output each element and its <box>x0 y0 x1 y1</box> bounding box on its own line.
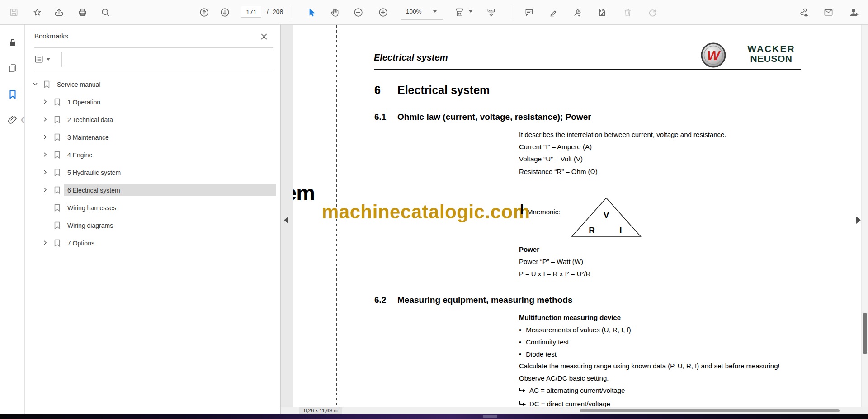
bullet-char: • <box>519 338 521 346</box>
running-header: Electrical system <box>374 52 448 63</box>
fill-sign-button[interactable] <box>594 5 610 20</box>
bookmark-label: 6 Electrical system <box>67 187 120 194</box>
triangle-voltage-letter: V <box>604 210 609 220</box>
chevron-right-icon[interactable] <box>42 151 48 158</box>
comment-button[interactable] <box>521 5 537 20</box>
redo-button[interactable] <box>645 5 660 20</box>
chevron-right-icon[interactable] <box>42 116 48 123</box>
toolbar: 171 / 208 100% <box>0 0 868 25</box>
status-bar: 8,26 x 11,69 in <box>281 407 868 414</box>
lock-icon[interactable] <box>7 37 18 48</box>
arrow-text: DC = direct current/voltage <box>529 400 610 407</box>
share-upload-button[interactable] <box>51 5 66 20</box>
section-6-2-number: 6.2 <box>374 295 386 305</box>
bookmark-label: Wiring diagrams <box>67 222 113 229</box>
bookmark-icon <box>53 239 61 247</box>
previous-page-edge-arrow[interactable] <box>284 217 288 224</box>
section-6-2-title: Measuring equipment, measuring methods <box>397 295 572 305</box>
panel-collapse-handle[interactable]: ❮ <box>19 114 26 125</box>
bullet-item: • Diode test <box>519 350 557 358</box>
bookmark-label: 4 Engine <box>67 151 92 159</box>
zoom-level-value[interactable]: 100% <box>406 8 422 15</box>
bookmark-item-engine[interactable]: 4 Engine <box>25 146 280 164</box>
page-size-label: 8,26 x 11,69 in <box>299 407 342 414</box>
star-button[interactable] <box>29 5 45 20</box>
zoom-in-button[interactable] <box>375 5 391 20</box>
page-number-input[interactable]: 171 <box>241 6 261 18</box>
header-rule <box>374 69 801 70</box>
bookmark-icon <box>53 221 61 230</box>
bookmark-item-electrical-system[interactable]: 6 Electrical system <box>25 181 280 199</box>
paragraph: It describes the interrelation between c… <box>519 131 726 138</box>
horizontal-scrollbar-thumb[interactable] <box>580 409 840 412</box>
email-button[interactable] <box>821 5 836 20</box>
bookmark-item-hydraulic-system[interactable]: 5 Hydraulic system <box>25 164 280 181</box>
select-tool-button[interactable] <box>303 5 319 20</box>
multifunction-heading: Multifunction measuring device <box>519 314 621 321</box>
bullet-text: Diode test <box>526 350 557 358</box>
bookmark-icon <box>53 115 61 124</box>
options-caret-icon <box>47 58 50 61</box>
clipped-edge-text: em <box>293 180 315 205</box>
share-link-button[interactable] <box>796 5 811 20</box>
chevron-right-icon[interactable] <box>42 134 48 141</box>
bullet-item: • Continuity test <box>519 338 569 346</box>
bookmark-item-operation[interactable]: 1 Operation <box>25 93 280 111</box>
save-button[interactable] <box>6 5 21 20</box>
page-thumbnails-icon[interactable] <box>7 62 18 74</box>
vertical-scrollbar[interactable] <box>862 25 868 407</box>
chevron-right-icon[interactable] <box>42 187 48 193</box>
page-total: 208 <box>273 8 283 15</box>
pdf-page[interactable]: em Electrical system W WACKER <box>293 25 861 407</box>
zoom-out-button[interactable] <box>350 5 366 20</box>
arrow-bullet-icon <box>519 401 526 407</box>
section-6-1-title: Ohmic law (current, voltage, resistance)… <box>397 112 591 122</box>
bookmark-icon <box>43 80 51 89</box>
panel-title: Bookmarks <box>34 32 68 40</box>
fit-width-caret-icon[interactable] <box>469 10 472 13</box>
bookmark-icon <box>53 133 61 141</box>
bottom-edge-bar <box>0 414 868 419</box>
previous-page-button[interactable] <box>196 5 212 20</box>
close-panel-button[interactable] <box>260 33 268 41</box>
next-page-button[interactable] <box>217 5 232 20</box>
watermark-text: machinecatalogic.com <box>322 201 530 223</box>
delete-button[interactable] <box>620 5 635 20</box>
bookmark-item-service-manual[interactable]: Service manual <box>25 75 280 93</box>
scroll-mode-button[interactable] <box>483 5 499 20</box>
print-button[interactable] <box>75 5 90 20</box>
chevron-right-icon[interactable] <box>42 99 48 105</box>
bookmark-item-options[interactable]: 7 Options <box>25 234 280 252</box>
chevron-right-icon[interactable] <box>42 169 48 176</box>
bookmark-item-wiring-diagrams[interactable]: Wiring diagrams <box>25 217 280 234</box>
add-account-button[interactable] <box>846 5 861 20</box>
section-6-1-number: 6.1 <box>374 112 386 122</box>
bookmark-item-maintenance[interactable]: 3 Maintenance <box>25 128 280 146</box>
bookmark-label: 1 Operation <box>67 99 100 106</box>
search-button[interactable] <box>98 5 113 20</box>
wacker-neuson-logo-badge: W <box>701 42 726 68</box>
vertical-scrollbar-thumb[interactable] <box>863 313 867 354</box>
bookmark-icon <box>53 186 61 194</box>
chapter-number: 6 <box>374 84 381 97</box>
fit-width-button[interactable] <box>452 5 467 20</box>
highlighter-button[interactable] <box>545 5 560 20</box>
bookmark-item-wiring-harnesses[interactable]: Wiring harnesses <box>25 199 280 217</box>
bookmark-options-button[interactable] <box>34 53 57 66</box>
ohms-law-triangle: V R I <box>571 197 642 238</box>
zoom-dropdown-caret-icon[interactable] <box>433 10 437 13</box>
bookmark-item-technical-data[interactable]: 2 Technical data <box>25 111 280 128</box>
attachments-icon[interactable] <box>7 114 18 125</box>
next-page-edge-arrow[interactable] <box>856 217 861 224</box>
chevron-right-icon[interactable] <box>42 240 48 246</box>
formula-letter: I <box>520 202 524 218</box>
chevron-down-icon[interactable] <box>32 81 38 88</box>
document-area[interactable]: em Electrical system W WACKER <box>281 25 862 407</box>
bookmark-icon <box>53 203 61 212</box>
brand-line-1: WACKER <box>741 44 802 54</box>
ink-signature-button[interactable] <box>570 5 585 20</box>
paragraph: P = U x I = R x I² = U²/R <box>519 270 591 278</box>
hand-tool-button[interactable] <box>327 5 342 20</box>
bookmark-label: 5 Hydraulic system <box>67 169 121 176</box>
bookmarks-panel-icon[interactable] <box>7 89 18 100</box>
